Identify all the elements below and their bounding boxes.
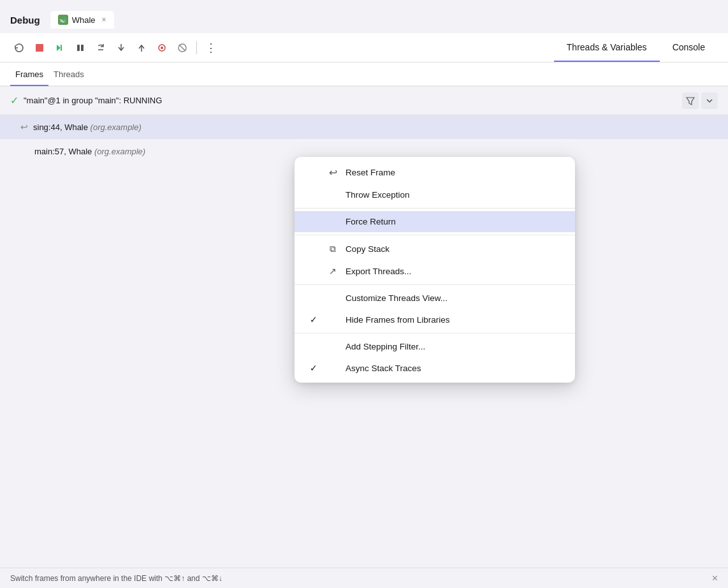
frame-pkg-0: (org.example) xyxy=(91,122,142,132)
menu-item-export-threads[interactable]: ↗ Export Threads... xyxy=(295,260,575,282)
status-text: Switch frames from anywhere in the IDE w… xyxy=(10,574,222,583)
menu-item-copy-stack[interactable]: ⧉ Copy Stack xyxy=(295,238,575,260)
step-into-button[interactable] xyxy=(112,39,130,57)
svg-point-9 xyxy=(161,47,163,49)
menu-item-customize-threads[interactable]: Customize Threads View... xyxy=(295,288,575,309)
menu-divider-4 xyxy=(295,333,575,334)
menu-label-export-threads: Export Threads... xyxy=(346,267,562,276)
stop-button[interactable] xyxy=(31,39,48,57)
whale-tab-icon: 🐋 xyxy=(58,15,68,25)
svg-marker-2 xyxy=(57,45,61,51)
thread-checkmark: ✓ xyxy=(10,94,18,107)
menu-item-throw-exception[interactable]: Throw Exception xyxy=(295,184,575,205)
frame-icon-0: ↩ xyxy=(20,122,28,132)
svg-rect-1 xyxy=(61,45,62,51)
panel-tabs: Threads & Variables Console xyxy=(554,33,718,62)
context-menu: ↩ Reset Frame Throw Exception Force Retu… xyxy=(295,157,575,383)
threads-variables-label: Threads & Variables xyxy=(567,42,647,52)
menu-label-async-stack: Async Stack Traces xyxy=(346,364,562,373)
status-bar: Switch frames from anywhere in the IDE w… xyxy=(0,568,728,588)
subtab-bar: Frames Threads xyxy=(0,62,728,87)
menu-label-reset-frame: Reset Frame xyxy=(346,168,562,177)
threads-subtab-label: Threads xyxy=(54,70,84,79)
frames-subtab-label: Frames xyxy=(15,70,43,79)
frame-name-0: sing:44, Whale (org.example) xyxy=(33,122,142,132)
frame-name-1: main:57, Whale (org.example) xyxy=(34,147,145,156)
more-button[interactable]: ⋮ xyxy=(202,39,220,57)
thread-actions xyxy=(682,92,718,109)
svg-rect-0 xyxy=(36,44,43,52)
threads-variables-tab[interactable]: Threads & Variables xyxy=(554,33,660,62)
menu-item-add-stepping[interactable]: Add Stepping Filter... xyxy=(295,336,575,357)
more-icon: ⋮ xyxy=(205,41,217,55)
whale-tab-close[interactable]: × xyxy=(102,15,106,24)
menu-check-async: ✓ xyxy=(307,363,320,373)
menu-label-customize-threads: Customize Threads View... xyxy=(346,293,562,303)
menu-label-force-return: Force Return xyxy=(346,217,562,226)
filter-button[interactable] xyxy=(682,92,699,109)
whale-tab-label: Whale xyxy=(72,15,96,25)
menu-label-copy-stack: Copy Stack xyxy=(346,244,562,254)
pause-button[interactable] xyxy=(71,39,89,57)
menu-item-hide-frames[interactable]: ✓ Hide Frames from Libraries xyxy=(295,309,575,330)
run-to-cursor-button[interactable] xyxy=(153,39,171,57)
toolbar: ⋮ Threads & Variables Console xyxy=(0,33,728,62)
expand-button[interactable] xyxy=(701,92,718,109)
status-close-button[interactable]: × xyxy=(712,573,718,584)
rerun-button[interactable] xyxy=(10,39,28,57)
whale-tab[interactable]: 🐋 Whale × xyxy=(50,11,114,29)
frame-list: ↩ sing:44, Whale (org.example) main:57, … xyxy=(0,115,728,163)
menu-check-hide-frames: ✓ xyxy=(307,314,320,325)
menu-divider-3 xyxy=(295,284,575,285)
reset-frame-icon: ↩ xyxy=(326,166,339,179)
menu-label-throw-exception: Throw Exception xyxy=(346,190,562,200)
debug-label: Debug xyxy=(10,15,40,26)
frames-subtab[interactable]: Frames xyxy=(10,63,48,86)
step-out-button[interactable] xyxy=(133,39,150,57)
menu-item-reset-frame[interactable]: ↩ Reset Frame xyxy=(295,161,575,184)
menu-item-async-stack[interactable]: ✓ Async Stack Traces xyxy=(295,357,575,379)
main-content: ✓ "main"@1 in group "main": RUNNING ↩ si… xyxy=(0,87,728,568)
export-threads-icon: ↗ xyxy=(326,266,339,276)
toolbar-separator xyxy=(196,41,197,54)
threads-subtab[interactable]: Threads xyxy=(48,63,89,86)
copy-stack-icon: ⧉ xyxy=(326,244,339,254)
console-tab[interactable]: Console xyxy=(660,33,718,62)
mute-button[interactable] xyxy=(173,39,191,57)
menu-item-force-return[interactable]: Force Return xyxy=(295,211,575,232)
thread-row[interactable]: ✓ "main"@1 in group "main": RUNNING xyxy=(0,87,728,115)
svg-marker-12 xyxy=(687,98,694,105)
console-label: Console xyxy=(673,42,705,52)
title-bar: Debug 🐋 Whale × xyxy=(0,0,728,33)
svg-rect-4 xyxy=(81,45,84,51)
toolbar-left: ⋮ xyxy=(10,39,554,57)
thread-label: "main"@1 in group "main": RUNNING xyxy=(24,96,682,105)
menu-label-hide-frames: Hide Frames from Libraries xyxy=(346,315,562,325)
menu-divider-2 xyxy=(295,235,575,235)
frame-pkg-1: (org.example) xyxy=(94,147,145,156)
frame-row-0[interactable]: ↩ sing:44, Whale (org.example) xyxy=(0,115,728,139)
menu-divider-1 xyxy=(295,208,575,209)
resume-button[interactable] xyxy=(51,39,69,57)
menu-label-add-stepping: Add Stepping Filter... xyxy=(346,342,562,351)
svg-rect-3 xyxy=(77,45,80,51)
step-over-button[interactable] xyxy=(92,39,110,57)
svg-line-11 xyxy=(179,45,186,51)
